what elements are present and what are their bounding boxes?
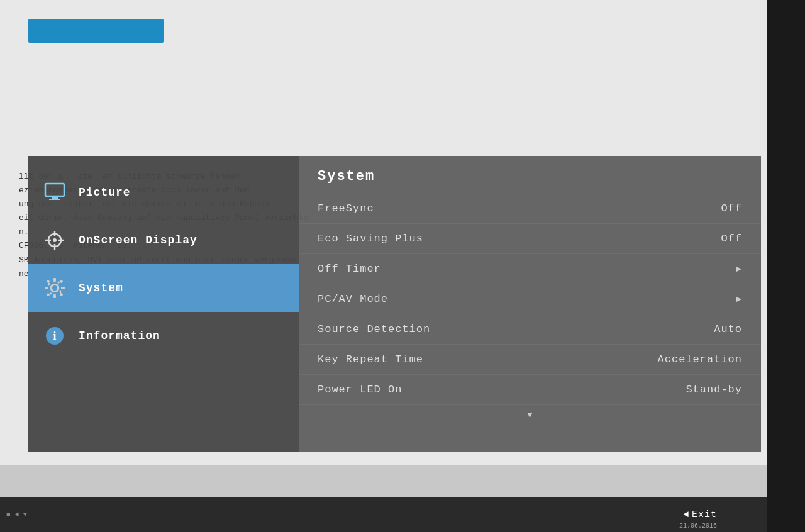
svg-rect-14 [62, 287, 65, 289]
pcav-mode-label: PC/AV Mode [318, 293, 388, 305]
sidebar-item-information[interactable]: i Information [28, 312, 299, 360]
svg-rect-16 [60, 280, 64, 284]
svg-rect-2 [49, 199, 60, 200]
monitor-icon [42, 180, 67, 205]
crosshair-icon [42, 228, 67, 253]
eco-saving-value: Off [721, 233, 742, 245]
sidebar-item-picture-label: Picture [79, 186, 131, 199]
source-detection-label: Source Detection [318, 323, 430, 335]
key-repeat-value: Acceleration [658, 353, 742, 365]
osd-overlay: Picture OnScreen Display [28, 156, 761, 452]
osd-panel-title: System [299, 156, 761, 194]
menu-item-power-led[interactable]: Power LED On Stand-by [299, 375, 761, 405]
eco-saving-label: Eco Saving Plus [318, 233, 423, 245]
power-led-value: Stand-by [686, 384, 742, 396]
off-timer-value: ► [736, 264, 742, 274]
off-timer-label: Off Timer [318, 263, 381, 275]
exit-arrow-icon: ◄ [683, 509, 689, 520]
osd-sidebar: Picture OnScreen Display [28, 156, 299, 452]
power-led-label: Power LED On [318, 384, 402, 396]
info-icon: i [42, 323, 67, 348]
svg-text:i: i [53, 330, 56, 342]
menu-item-source-detection[interactable]: Source Detection Auto [299, 314, 761, 345]
bottom-taskbar: ■ ◄ ▼ ◄ Exit 21.06.2016 [0, 497, 767, 532]
menu-item-off-timer[interactable]: Off Timer ► [299, 254, 761, 284]
exit-button[interactable]: ◄ Exit [683, 509, 717, 520]
svg-rect-13 [45, 287, 48, 289]
menu-item-eco-saving[interactable]: Eco Saving Plus Off [299, 224, 761, 254]
svg-rect-12 [53, 295, 56, 298]
svg-rect-15 [47, 280, 50, 284]
scroll-down-indicator: ▼ [299, 405, 761, 425]
exit-label: Exit [692, 509, 717, 520]
svg-rect-11 [53, 278, 56, 281]
menu-item-key-repeat[interactable]: Key Repeat Time Acceleration [299, 345, 761, 375]
taskbar-left-text: ■ ◄ ▼ [6, 511, 27, 518]
menu-item-freesync[interactable]: FreeSync Off [299, 194, 761, 224]
freesync-label: FreeSync [318, 202, 374, 214]
menu-item-pcav-mode[interactable]: PC/AV Mode ► [299, 284, 761, 314]
pcav-mode-arrow: ► [736, 294, 742, 304]
svg-point-10 [52, 285, 58, 291]
svg-rect-18 [60, 293, 64, 297]
gear-icon [42, 275, 67, 301]
sidebar-item-system-label: System [79, 282, 123, 294]
date-display: 21.06.2016 [679, 523, 717, 529]
key-repeat-label: Key Repeat Time [318, 353, 423, 365]
source-detection-value: Auto [714, 323, 742, 335]
pcav-mode-value: ► [736, 294, 742, 304]
sidebar-item-onscreen[interactable]: OnScreen Display [28, 216, 299, 264]
svg-point-8 [53, 238, 57, 242]
off-timer-arrow: ► [736, 264, 742, 274]
freesync-value: Off [721, 202, 742, 214]
svg-rect-0 [45, 184, 64, 196]
sidebar-item-onscreen-label: OnScreen Display [79, 234, 197, 247]
osd-panel: System FreeSync Off Eco Saving Plus Off … [299, 156, 761, 452]
svg-rect-17 [47, 293, 50, 297]
svg-rect-1 [52, 196, 58, 199]
sidebar-item-picture[interactable]: Picture [28, 169, 299, 216]
sidebar-item-information-label: Information [79, 330, 160, 342]
sidebar-item-system[interactable]: System [28, 264, 299, 312]
monitor-bezel-right [767, 0, 805, 532]
blue-header-bar [28, 19, 164, 43]
